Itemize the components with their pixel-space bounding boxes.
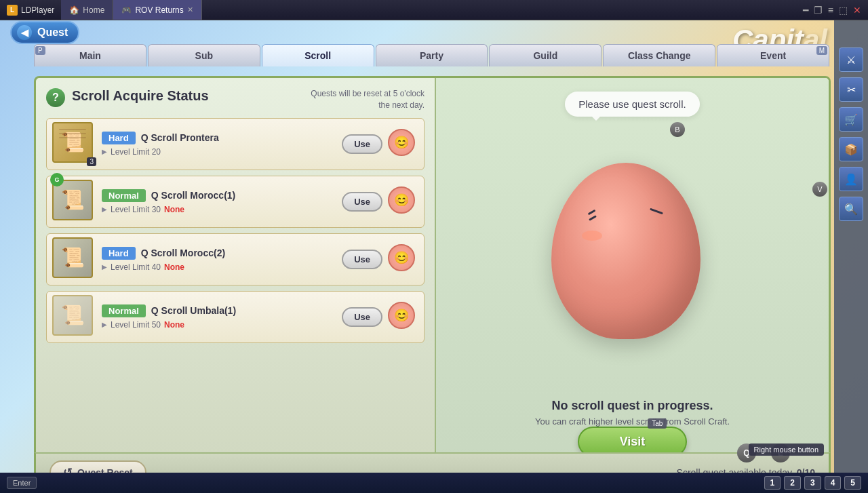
mascot-eye-left bbox=[589, 215, 597, 221]
tab-event[interactable]: Event bbox=[717, 44, 829, 66]
scroll-image: 📜 bbox=[52, 122, 93, 163]
scroll-item-info: Normal Q Scroll Umbala(1) ▶ Level Limit … bbox=[102, 304, 336, 330]
scroll-item: 📜 Hard Q Scroll Morocc(2) ▶ Level Limit … bbox=[46, 233, 425, 285]
scroll-item: 📜 Normal Q Scroll Umbala(1) ▶ Level Limi… bbox=[46, 291, 425, 343]
scroll-char-icon: 😊 bbox=[388, 186, 418, 217]
char-face: 😊 bbox=[388, 302, 415, 329]
tab-sub[interactable]: Sub bbox=[148, 44, 260, 66]
scroll-image: 📜 bbox=[52, 295, 93, 336]
enter-key[interactable]: Enter bbox=[7, 477, 37, 489]
scroll-header: ? Scroll Acquire Status Quests will be r… bbox=[46, 88, 425, 111]
p-badge: P bbox=[35, 46, 45, 55]
none-text: None bbox=[164, 320, 184, 330]
scroll-item: G 📜 Normal Q Scroll Morocc(1) ▶ bbox=[46, 176, 425, 228]
close-tab-icon[interactable]: ✕ bbox=[187, 5, 193, 14]
num-key-5[interactable]: 5 bbox=[844, 476, 861, 490]
nav-tabs: Main Sub Scroll Party Guild Class Change… bbox=[34, 44, 831, 66]
quest-panel: ? Scroll Acquire Status Quests will be r… bbox=[34, 76, 831, 473]
reset-note: Quests will be reset at 5 o'clock the ne… bbox=[311, 88, 425, 111]
num-key-3[interactable]: 3 bbox=[804, 476, 821, 490]
minimize-icon[interactable]: ━ bbox=[803, 5, 808, 16]
scroll-item-top: Hard Q Scroll Prontera bbox=[102, 132, 336, 144]
num-key-4[interactable]: 4 bbox=[825, 476, 842, 490]
quest-back-button[interactable]: ◀ Quest bbox=[10, 21, 79, 44]
level-triangle-icon: ▶ bbox=[102, 321, 107, 328]
scroll-item-top: Hard Q Scroll Morocc(2) bbox=[102, 247, 336, 260]
scroll-item-icon: 📜 3 bbox=[52, 122, 96, 166]
scroll-lines bbox=[59, 129, 86, 138]
scroll-char-icon: 😊 bbox=[388, 302, 418, 332]
home-icon: 🏠 bbox=[69, 5, 79, 15]
taskbar-icons: ━ ❐ ≡ ⬚ ✕ bbox=[803, 5, 868, 16]
right-panel-btn-4[interactable]: 📦 bbox=[839, 137, 863, 161]
num-key-2[interactable]: 2 bbox=[784, 476, 801, 490]
use-button[interactable]: Use bbox=[342, 192, 382, 212]
tab-main[interactable]: Main bbox=[34, 44, 146, 66]
tab-badge: Tab bbox=[648, 418, 667, 429]
b-badge: B bbox=[670, 122, 685, 137]
use-button[interactable]: Use bbox=[342, 250, 382, 269]
scroll-level: ▶ Level Limit 50 None bbox=[102, 320, 336, 330]
window-icon[interactable]: ⬚ bbox=[839, 5, 848, 16]
difficulty-badge: Hard bbox=[102, 247, 136, 260]
scroll-section-title: Scroll Acquire Status bbox=[72, 88, 209, 104]
right-mouse-tip: Right mouse button bbox=[749, 443, 824, 456]
mascot-container bbox=[551, 117, 714, 399]
settings-icon[interactable]: ≡ bbox=[828, 5, 833, 16]
right-panel-btn-1[interactable]: ⚔ bbox=[839, 47, 863, 72]
mascot-cheek bbox=[582, 231, 602, 241]
speech-text: Please use quest scroll. bbox=[578, 98, 686, 110]
close-icon[interactable]: ✕ bbox=[853, 5, 861, 16]
app-name: LDPlayer bbox=[21, 5, 54, 15]
right-panel-btn-3[interactable]: 🛒 bbox=[839, 107, 863, 132]
screen-bottom-bar: Enter 1 2 3 4 5 bbox=[0, 473, 868, 493]
tab-rov-label: ROV Returns bbox=[135, 5, 183, 15]
mascot bbox=[551, 163, 714, 353]
right-side-panel: ⚔ ✂ 🛒 📦 👤 🔍 bbox=[834, 20, 868, 493]
scroll-item-info: Hard Q Scroll Morocc(2) ▶ Level Limit 40… bbox=[102, 247, 336, 272]
none-text: None bbox=[164, 205, 184, 214]
scroll-item-info: Normal Q Scroll Morocc(1) ▶ Level Limit … bbox=[102, 189, 336, 214]
level-triangle-icon: ▶ bbox=[102, 205, 107, 213]
scroll-item-top: Normal Q Scroll Morocc(1) bbox=[102, 189, 336, 202]
scroll-level: ▶ Level Limit 20 bbox=[102, 147, 336, 157]
tab-scroll[interactable]: Scroll bbox=[262, 44, 374, 66]
speech-bubble: Please use quest scroll. bbox=[565, 92, 699, 117]
game-icon: 🎮 bbox=[121, 5, 132, 15]
quest-right-section: Please use quest scroll. No scroll quest… bbox=[436, 78, 829, 471]
scroll-item: 📜 3 Hard Q Scroll Prontera bbox=[46, 118, 425, 170]
use-button[interactable]: Use bbox=[342, 307, 382, 327]
scroll-name: Q Scroll Morocc(2) bbox=[141, 248, 225, 258]
tab-home[interactable]: 🏠 Home bbox=[61, 0, 113, 20]
level-triangle-icon: ▶ bbox=[102, 148, 107, 155]
help-icon[interactable]: ? bbox=[46, 88, 65, 107]
restore-icon[interactable]: ❐ bbox=[814, 5, 823, 16]
scroll-level: ▶ Level Limit 30 None bbox=[102, 205, 336, 214]
scroll-craft-text: You can craft higher level scrolls from … bbox=[535, 416, 730, 427]
scroll-char-icon: 😊 bbox=[388, 244, 418, 275]
right-panel-btn-2[interactable]: ✂ bbox=[839, 77, 863, 102]
v-badge: V bbox=[812, 182, 827, 197]
quest-left-section: ? Scroll Acquire Status Quests will be r… bbox=[36, 78, 436, 471]
use-button[interactable]: Use bbox=[342, 134, 382, 154]
scroll-image: 📜 bbox=[52, 237, 93, 278]
scroll-item-top: Normal Q Scroll Umbala(1) bbox=[102, 304, 336, 317]
back-arrow-icon: ◀ bbox=[17, 25, 32, 40]
taskbar-app: L LDPlayer bbox=[0, 0, 61, 20]
right-panel-btn-5[interactable]: 👤 bbox=[839, 167, 863, 191]
no-scroll-quest-text: No scroll quest in progress. bbox=[551, 399, 713, 413]
scroll-count-badge: 3 bbox=[87, 157, 96, 166]
num-key-1[interactable]: 1 bbox=[764, 476, 781, 490]
scroll-items-list: 📜 3 Hard Q Scroll Prontera bbox=[46, 118, 425, 460]
ldplayer-icon: L bbox=[7, 5, 18, 16]
tab-class-change[interactable]: Class Change bbox=[603, 44, 715, 66]
game-background: Capital P M ◀ Quest Main Sub Scroll Part… bbox=[0, 20, 868, 493]
scroll-level: ▶ Level Limit 40 None bbox=[102, 262, 336, 272]
tab-party[interactable]: Party bbox=[376, 44, 488, 66]
corner-g-badge: G bbox=[50, 173, 64, 186]
tab-guild[interactable]: Guild bbox=[489, 44, 601, 66]
tab-rov[interactable]: 🎮 ROV Returns ✕ bbox=[113, 0, 201, 20]
right-panel-btn-6[interactable]: 🔍 bbox=[839, 197, 863, 221]
scroll-item-icon: 📜 bbox=[52, 295, 96, 339]
game-title-bar: ◀ Quest bbox=[0, 20, 868, 44]
